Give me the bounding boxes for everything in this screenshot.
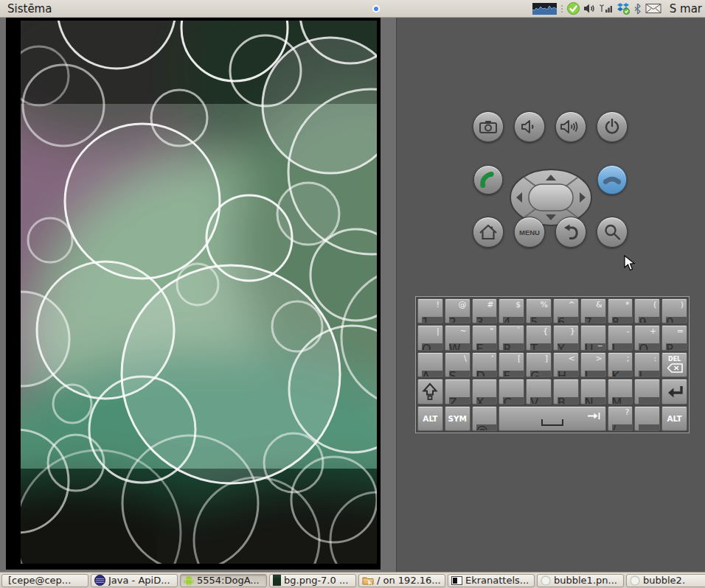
- taskbar-button-6[interactable]: bubble1.pn...: [537, 574, 624, 587]
- taskbar-button-3[interactable]: bg.png-7.0 ...: [269, 574, 356, 587]
- key-main-label: Q: [422, 343, 443, 350]
- backspace-icon: [667, 363, 683, 373]
- key-F[interactable]: F[: [499, 352, 524, 377]
- key-N[interactable]: N: [580, 379, 606, 404]
- volume-down-button[interactable]: [514, 111, 545, 142]
- back-button[interactable]: [555, 217, 586, 248]
- key-H[interactable]: H<: [553, 352, 579, 377]
- system-monitor-icon[interactable]: [532, 2, 557, 15]
- bubble-file-icon: [630, 575, 640, 586]
- key-G[interactable]: G]: [526, 352, 552, 377]
- key-enter[interactable]: [661, 379, 687, 404]
- camera-button[interactable]: [473, 111, 504, 142]
- taskbar-button-5[interactable]: Ekranattels...: [448, 574, 535, 587]
- taskbar-button-2[interactable]: 5554:DogA...: [180, 574, 267, 587]
- tray-grip-handle[interactable]: [560, 5, 563, 13]
- key-Z[interactable]: Z: [445, 379, 470, 404]
- key-main-label: E: [476, 343, 498, 350]
- bluetooth-icon[interactable]: [633, 2, 642, 15]
- key-space[interactable]: [499, 406, 605, 431]
- power-button[interactable]: [597, 111, 628, 142]
- key-M[interactable]: M: [608, 379, 633, 404]
- hangup-button[interactable]: [597, 165, 627, 195]
- clock[interactable]: S mar: [665, 2, 702, 15]
- key-S[interactable]: S\: [445, 352, 470, 377]
- key-/[interactable]: /?: [608, 406, 633, 431]
- system-menu[interactable]: Sistēma: [0, 0, 59, 17]
- taskbar-button-label: 5554:DogA...: [197, 575, 260, 586]
- key-5[interactable]: 5%: [526, 298, 552, 323]
- chrome-launcher-icon[interactable]: [369, 1, 383, 15]
- key-X[interactable]: X: [472, 379, 498, 404]
- emulator-phone-bezel: [6, 18, 381, 570]
- menu-button-label: MENU: [519, 228, 540, 237]
- taskbar-button-label: Java - ApiD...: [108, 575, 170, 586]
- key-sym[interactable]: SYM: [445, 406, 470, 431]
- top-panel: Sistēma S mar: [0, 0, 705, 18]
- key-O[interactable]: O+: [634, 325, 660, 350]
- taskbar-button-0[interactable]: [cepe@cep...: [1, 574, 88, 587]
- key-main-label: O: [639, 343, 660, 350]
- sym-key-label: SYM: [445, 407, 470, 430]
- taskbar-button-1[interactable]: Java - ApiD...: [91, 574, 178, 587]
- key-I[interactable]: I-: [608, 325, 633, 350]
- key-2[interactable]: 2@: [445, 298, 470, 323]
- key-Q[interactable]: Q|: [417, 325, 443, 350]
- key-main-label: C: [503, 397, 524, 404]
- taskbar-button-label: [cepe@cep...: [8, 575, 71, 586]
- key-Y[interactable]: Y}: [553, 325, 579, 350]
- key-8[interactable]: 8*: [608, 298, 633, 323]
- key-secondary-label: |: [437, 327, 440, 335]
- key-4[interactable]: 4$: [499, 298, 524, 323]
- key-0[interactable]: 0): [661, 298, 687, 323]
- key-alt[interactable]: ALT: [661, 406, 687, 431]
- taskbar-button-4[interactable]: / on 192.16...: [358, 574, 445, 587]
- key-J[interactable]: J>: [580, 352, 606, 377]
- key-T[interactable]: T{: [526, 325, 552, 350]
- volume-icon[interactable]: [583, 2, 595, 15]
- key-alt[interactable]: ALT: [417, 406, 443, 431]
- key-@[interactable]: @: [472, 406, 498, 431]
- dropbox-icon[interactable]: [617, 2, 630, 15]
- key-P[interactable]: P=: [661, 325, 687, 350]
- key-6[interactable]: 6^: [553, 298, 579, 323]
- key-E[interactable]: E": [472, 325, 498, 350]
- mail-icon[interactable]: [645, 2, 661, 15]
- key-secondary-label: ^: [569, 301, 575, 309]
- key-secondary-label: _: [598, 337, 602, 346]
- key-shift[interactable]: [417, 379, 443, 404]
- taskbar-button-label: / on 192.16...: [377, 575, 441, 586]
- key-secondary-label: +: [650, 327, 656, 335]
- menu-button[interactable]: MENU: [514, 217, 545, 248]
- key-main-label: K: [612, 371, 633, 377]
- key-1[interactable]: 1!: [417, 298, 443, 323]
- updates-check-icon[interactable]: [567, 2, 580, 15]
- home-button[interactable]: [473, 217, 504, 248]
- key-U[interactable]: U_: [580, 325, 606, 350]
- key-,[interactable]: ,: [634, 406, 660, 431]
- key-V[interactable]: V: [526, 379, 552, 404]
- call-button[interactable]: [473, 165, 503, 195]
- taskbar-button-7[interactable]: bubble2.: [626, 574, 705, 587]
- key-L[interactable]: L:: [634, 352, 660, 377]
- key-main-label: U: [585, 343, 606, 350]
- key-D[interactable]: D': [472, 352, 498, 377]
- key-W[interactable]: W~: [445, 325, 470, 350]
- key-K[interactable]: K;: [608, 352, 633, 377]
- key-9[interactable]: 9(: [634, 298, 660, 323]
- cell-signal-icon[interactable]: [599, 2, 613, 15]
- key-secondary-label: {: [543, 327, 548, 335]
- key-R[interactable]: R`: [499, 325, 524, 350]
- key-7[interactable]: 7&: [580, 298, 606, 323]
- key-B[interactable]: B: [553, 379, 579, 404]
- key-del[interactable]: DEL: [661, 352, 687, 377]
- key-main-label: F: [503, 371, 524, 377]
- key-main-label: 6: [558, 317, 579, 323]
- volume-up-button[interactable]: [555, 111, 586, 142]
- search-button[interactable]: [597, 217, 628, 248]
- key-3[interactable]: 3#: [472, 298, 498, 323]
- key-.[interactable]: .: [634, 379, 660, 404]
- key-C[interactable]: C: [499, 379, 524, 404]
- emulator-screen[interactable]: [21, 21, 377, 564]
- key-A[interactable]: A: [417, 352, 443, 377]
